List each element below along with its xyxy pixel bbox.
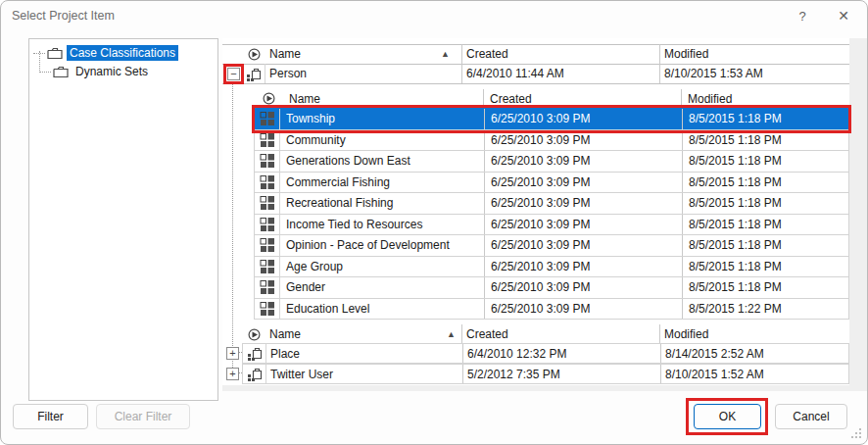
row-created: 6/25/2010 3:09 PM (484, 130, 682, 151)
tree-item-dynamic-sets[interactable]: Dynamic Sets (39, 63, 151, 80)
row-name: Gender (280, 277, 484, 298)
close-button[interactable]: ✕ (827, 1, 860, 30)
row-modified: 8/5/2015 1:18 PM (682, 257, 848, 277)
list-header-bottom: Name ▲ Created Modified (242, 324, 849, 344)
project-tree-panel: Case Classifications Dynamic Sets (28, 38, 218, 401)
divider (222, 83, 849, 84)
row-name: Commercial Fishing (280, 173, 484, 193)
classification-icon (242, 64, 265, 83)
row-name: Opinion - Pace of Development (280, 235, 484, 256)
row-name: Generations Down East (280, 151, 484, 172)
row-modified: 8/5/2015 1:18 PM (682, 130, 848, 151)
table-row-community[interactable]: Community 6/25/2010 3:09 PM 8/5/2015 1:1… (254, 129, 849, 152)
row-created: 6/25/2010 3:09 PM (484, 151, 682, 172)
row-created: 6/4/2010 12:32 PM (462, 344, 660, 363)
row-name: Township (280, 109, 484, 129)
classification-icon (243, 365, 266, 383)
table-row-person[interactable]: Person 6/4/2010 11:44 AM 8/10/2015 1:53 … (242, 64, 849, 83)
resize-grip[interactable] (850, 428, 862, 440)
row-name: Twitter User (266, 365, 462, 383)
expand-toggle-place[interactable]: + (226, 347, 239, 360)
row-created: 6/25/2010 3:09 PM (484, 109, 682, 129)
table-row-commercial-fishing[interactable]: Commercial Fishing 6/25/2010 3:09 PM 8/5… (254, 172, 849, 194)
row-modified: 8/5/2015 1:18 PM (682, 193, 848, 214)
row-name: Community (280, 130, 484, 151)
row-created: 6/25/2010 3:09 PM (484, 215, 682, 235)
table-row-township[interactable]: Township 6/25/2010 3:09 PM 8/5/2015 1:18… (254, 108, 849, 130)
project-item-list-panel: Name ▲ Created Modified Person 6/4/2010 … (222, 38, 868, 391)
case-icon (255, 215, 280, 235)
column-header-created[interactable]: Created (461, 324, 659, 344)
row-created: 5/2/2012 7:35 PM (462, 365, 660, 383)
row-modified: 8/5/2015 1:18 PM (682, 173, 848, 193)
clear-filter-button[interactable]: Clear Filter (96, 404, 190, 429)
case-icon (255, 173, 280, 193)
table-row-opinion-pace-of-development[interactable]: Opinion - Pace of Development 6/25/2010 … (254, 234, 849, 257)
cancel-button[interactable]: Cancel (775, 404, 847, 429)
classification-icon (243, 344, 266, 363)
row-modified: 8/10/2015 1:53 AM (659, 64, 849, 83)
row-modified: 8/10/2015 1:52 AM (660, 365, 848, 383)
list-header-top: Name ▲ Created Modified (242, 44, 849, 64)
row-modified: 8/5/2015 1:18 PM (682, 151, 848, 172)
list-content: Name ▲ Created Modified Person 6/4/2010 … (222, 38, 849, 385)
case-icon (255, 130, 280, 151)
case-icon (255, 151, 280, 172)
table-row-age-group[interactable]: Age Group 6/25/2010 3:09 PM 8/5/2015 1:1… (254, 256, 849, 278)
nested-rows: Township 6/25/2010 3:09 PM 8/5/2015 1:18… (254, 108, 849, 320)
case-icon (255, 277, 280, 298)
row-name: Person (265, 64, 461, 83)
row-created: 6/25/2010 3:09 PM (484, 257, 682, 277)
collapse-toggle-person[interactable]: − (227, 68, 240, 80)
column-header-name[interactable]: Name ▲ (265, 44, 461, 64)
column-header-created[interactable]: Created (483, 89, 681, 108)
row-name: Place (266, 344, 462, 363)
row-name: Education Level (280, 299, 484, 320)
tree-item-label: Case Classifications (67, 45, 178, 61)
filter-button[interactable]: Filter (13, 404, 88, 429)
row-name: Age Group (280, 257, 484, 277)
ok-button[interactable]: OK (694, 404, 761, 429)
help-button[interactable]: ? (786, 1, 819, 30)
table-row-twitter-user[interactable]: Twitter User 5/2/2012 7:35 PM 8/10/2015 … (242, 364, 849, 384)
row-created: 6/25/2010 3:09 PM (484, 299, 682, 320)
row-modified: 8/5/2015 1:22 PM (682, 299, 848, 320)
column-marker-icon (242, 324, 265, 344)
row-created: 6/25/2010 3:09 PM (484, 173, 682, 193)
row-modified: 8/5/2015 1:18 PM (682, 235, 848, 256)
dialog-title: Select Project Item (12, 9, 115, 23)
row-created: 6/25/2010 3:09 PM (484, 235, 682, 256)
tree-connector-stub (39, 72, 51, 73)
row-name: Income Tied to Resources (280, 215, 484, 235)
column-header-created[interactable]: Created (461, 44, 659, 64)
tree-item-case-classifications[interactable]: Case Classifications (33, 44, 178, 62)
row-modified: 8/14/2015 2:52 AM (660, 344, 848, 363)
tree-connector-stub (33, 53, 45, 54)
column-header-modified[interactable]: Modified (659, 44, 849, 64)
row-modified: 8/5/2015 1:18 PM (682, 215, 848, 235)
table-row-income-tied-to-resources[interactable]: Income Tied to Resources 6/25/2010 3:09 … (254, 214, 849, 236)
column-header-modified[interactable]: Modified (659, 324, 849, 344)
row-created: 6/4/2010 11:44 AM (461, 64, 659, 83)
folder-icon (47, 47, 63, 60)
column-marker-icon (254, 89, 283, 108)
help-icon: ? (798, 9, 805, 24)
case-icon (255, 235, 280, 256)
expand-toggle-twitter-user[interactable]: + (226, 368, 239, 380)
row-created: 6/25/2010 3:09 PM (484, 193, 682, 214)
nested-case-table: Name Created Modified Township 6/25/2010… (254, 89, 849, 320)
table-row-place[interactable]: Place 6/4/2010 12:32 PM 8/14/2015 2:52 A… (242, 343, 849, 364)
table-row-gender[interactable]: Gender 6/25/2010 3:09 PM 8/5/2015 1:18 P… (254, 276, 849, 299)
column-marker-icon (242, 44, 265, 64)
table-row-education-level[interactable]: Education Level 6/25/2010 3:09 PM 8/5/20… (254, 298, 849, 321)
row-modified: 8/5/2015 1:18 PM (682, 109, 848, 129)
table-row-recreational-fishing[interactable]: Recreational Fishing 6/25/2010 3:09 PM 8… (254, 192, 849, 215)
column-header-name[interactable]: Name ▲ (265, 324, 461, 344)
list-header-nested: Name Created Modified (254, 89, 849, 108)
case-icon (255, 193, 280, 214)
row-name: Recreational Fishing (280, 193, 484, 214)
gutter-connector-line (232, 83, 233, 373)
column-header-name[interactable]: Name (283, 89, 483, 108)
column-header-modified[interactable]: Modified (681, 89, 849, 108)
table-row-generations-down-east[interactable]: Generations Down East 6/25/2010 3:09 PM … (254, 150, 849, 173)
